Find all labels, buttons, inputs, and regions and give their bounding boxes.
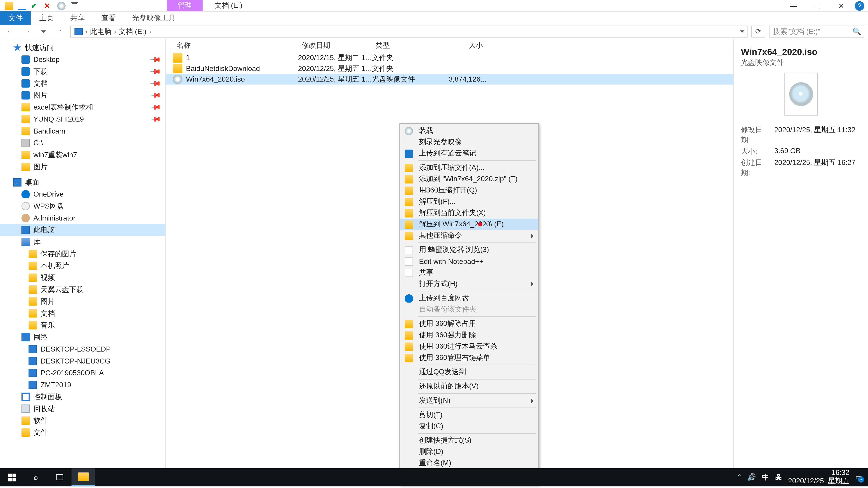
taskbar-search-button[interactable]: ⌕ — [24, 468, 48, 486]
col-date[interactable]: 修改日期 — [298, 40, 372, 51]
menu-item[interactable]: 使用 360强力删除 — [400, 329, 538, 341]
network-icon[interactable]: 🖧 — [775, 473, 782, 482]
ribbon-tab-home[interactable]: 主页 — [31, 11, 62, 25]
tree-item[interactable]: 软件 — [0, 415, 165, 427]
menu-item[interactable]: 删除(D) — [400, 446, 538, 457]
tree-item[interactable]: 控制面板 — [0, 391, 165, 403]
tree-item[interactable]: 图片📌 — [0, 90, 165, 101]
menu-item[interactable]: 发送到(N) — [400, 395, 538, 406]
tree-item[interactable]: G:\ — [0, 137, 165, 149]
tree-item[interactable]: WPS网盘 — [0, 200, 165, 212]
ribbon-tab-view[interactable]: 查看 — [93, 11, 124, 25]
menu-item[interactable]: 添加到 "Win7x64_2020.zip" (T) — [400, 173, 538, 185]
qat-dropdown-icon[interactable] — [70, 2, 79, 10]
taskbar[interactable]: ⌕ ˄ 🔊 中 🖧 16:32 2020/12/25, 星期五 ▭3 — [0, 468, 868, 486]
tree-item[interactable]: 文档 — [0, 307, 165, 320]
menu-item[interactable]: 装载 — [400, 125, 538, 136]
tree-item[interactable]: 天翼云盘下载 — [0, 284, 165, 295]
crumb-pc[interactable]: 此电脑 — [90, 26, 112, 37]
menu-item[interactable]: Edit with Notepad++ — [400, 256, 538, 267]
col-name[interactable]: 名称 — [173, 40, 298, 51]
tree-item[interactable]: YUNQISHI2019📌 — [0, 113, 165, 125]
crumb-dropdown-icon[interactable] — [740, 30, 745, 33]
qat-pin-icon[interactable] — [18, 2, 26, 10]
refresh-button[interactable]: ⟳ — [751, 26, 765, 37]
menu-item[interactable]: 还原以前的版本(V) — [400, 381, 538, 392]
menu-item[interactable]: 剪切(T) — [400, 410, 538, 421]
menu-item[interactable]: 用 蜂蜜浏览器 浏览(3) — [400, 244, 538, 256]
qat-check-icon[interactable]: ✔ — [31, 2, 39, 10]
qat-x-icon[interactable]: ✕ — [44, 2, 53, 10]
menu-item[interactable]: 其他压缩命令 — [400, 230, 538, 241]
ribbon-tab-disc-tools[interactable]: 光盘映像工具 — [124, 11, 184, 25]
taskbar-explorer-button[interactable] — [71, 468, 95, 486]
tree-item[interactable]: ⌄快速访问 — [0, 42, 165, 54]
file-row[interactable]: Win7x64_2020.iso2020/12/25, 星期五 1...光盘映像… — [166, 74, 733, 85]
tree-item[interactable]: excel表格制作求和📌 — [0, 101, 165, 113]
nav-recent-button[interactable] — [37, 25, 50, 38]
ime-indicator[interactable]: 中 — [762, 472, 769, 482]
tree-item[interactable]: 视频 — [0, 271, 165, 284]
file-row[interactable]: 12020/12/15, 星期二 1...文件夹 — [166, 53, 733, 63]
file-row[interactable]: BaiduNetdiskDownload2020/12/25, 星期五 1...… — [166, 63, 733, 74]
tree-item[interactable]: ⌄桌面 — [0, 176, 165, 188]
col-type[interactable]: 类型 — [372, 40, 433, 51]
system-tray[interactable]: ˄ 🔊 中 🖧 16:32 2020/12/25, 星期五 ▭3 — [738, 469, 868, 486]
menu-item[interactable]: 共享 — [400, 267, 538, 278]
tree-item[interactable]: DESKTOP-LSSOEDP — [0, 343, 165, 355]
context-menu[interactable]: 装载刻录光盘映像上传到有道云笔记添加到压缩文件(A)...添加到 "Win7x6… — [399, 123, 539, 485]
taskview-button[interactable] — [48, 468, 71, 486]
nav-up-button[interactable]: ↑ — [54, 25, 67, 38]
tree-item[interactable]: 保存的图片 — [0, 248, 165, 260]
nav-back-button[interactable]: ← — [4, 25, 17, 38]
minimize-button[interactable]: — — [783, 0, 804, 11]
menu-item[interactable]: 创建快捷方式(S) — [400, 435, 538, 446]
tree-item[interactable]: ZMT2019 — [0, 379, 165, 391]
maximize-button[interactable]: ▢ — [807, 0, 827, 11]
tree-item[interactable]: 此电脑 — [0, 224, 165, 236]
tree-item[interactable]: ⌄网络 — [0, 331, 165, 343]
tree-item[interactable]: ⌄库 — [0, 236, 165, 248]
menu-item[interactable]: 重命名(M) — [400, 457, 538, 469]
tree-item[interactable]: 文件 — [0, 427, 165, 438]
qat-disc-icon[interactable] — [57, 2, 66, 10]
tree-item[interactable]: Bandicam — [0, 125, 165, 137]
tree-item[interactable]: OneDrive — [0, 188, 165, 200]
breadcrumb[interactable]: › 此电脑 › 文档 (E:) › — [70, 26, 747, 37]
file-list[interactable]: 名称 修改日期 类型 大小 12020/12/15, 星期二 1...文件夹Ba… — [166, 39, 733, 475]
menu-item[interactable]: 使用 360管理右键菜单 — [400, 352, 538, 363]
tree-item[interactable]: 图片 — [0, 161, 165, 173]
tree-item[interactable]: win7重装win7 — [0, 149, 165, 161]
menu-item[interactable]: 复制(C) — [400, 421, 538, 432]
crumb-drive[interactable]: 文档 (E:) — [119, 26, 147, 37]
tray-chevron-icon[interactable]: ˄ — [738, 473, 741, 482]
col-size[interactable]: 大小 — [433, 40, 486, 51]
volume-icon[interactable]: 🔊 — [747, 473, 756, 482]
start-button[interactable] — [0, 468, 24, 486]
ribbon-tab-file[interactable]: 文件 — [0, 11, 31, 25]
menu-item[interactable]: 使用 360解除占用 — [400, 318, 538, 329]
nav-forward-button[interactable]: → — [20, 25, 33, 38]
tree-item[interactable]: 回收站 — [0, 403, 165, 415]
menu-item[interactable]: 上传到有道云笔记 — [400, 148, 538, 159]
menu-item[interactable]: 解压到 Win7x64_2020\ (E) — [400, 219, 538, 230]
nav-tree[interactable]: ⌄快速访问Desktop📌下载📌文档📌图片📌excel表格制作求和📌YUNQIS… — [0, 39, 166, 475]
menu-item[interactable]: 用360压缩打开(Q) — [400, 185, 538, 196]
menu-item[interactable]: 刻录光盘映像 — [400, 136, 538, 148]
tree-item[interactable]: Administrator — [0, 212, 165, 224]
tree-item[interactable]: 下载📌 — [0, 66, 165, 77]
tree-item[interactable]: 文档📌 — [0, 77, 165, 90]
column-headers[interactable]: 名称 修改日期 类型 大小 — [166, 39, 733, 53]
menu-item[interactable]: 添加到压缩文件(A)... — [400, 162, 538, 173]
tree-item[interactable]: 音乐 — [0, 319, 165, 331]
menu-item[interactable]: 使用 360进行木马云查杀 — [400, 341, 538, 352]
tree-item[interactable]: DESKTOP-NJEU3CG — [0, 355, 165, 367]
menu-item[interactable]: 解压到(F)... — [400, 196, 538, 207]
action-center-button[interactable]: ▭3 — [855, 473, 862, 482]
search-input[interactable]: 搜索"文档 (E:)" 🔍 — [769, 26, 864, 37]
help-button[interactable]: ? — [855, 1, 864, 10]
menu-item[interactable]: 解压到当前文件夹(X) — [400, 207, 538, 219]
close-button[interactable]: ✕ — [831, 0, 851, 11]
menu-item[interactable]: 通过QQ发送到 — [400, 366, 538, 378]
tree-item[interactable]: PC-20190530OBLA — [0, 367, 165, 379]
